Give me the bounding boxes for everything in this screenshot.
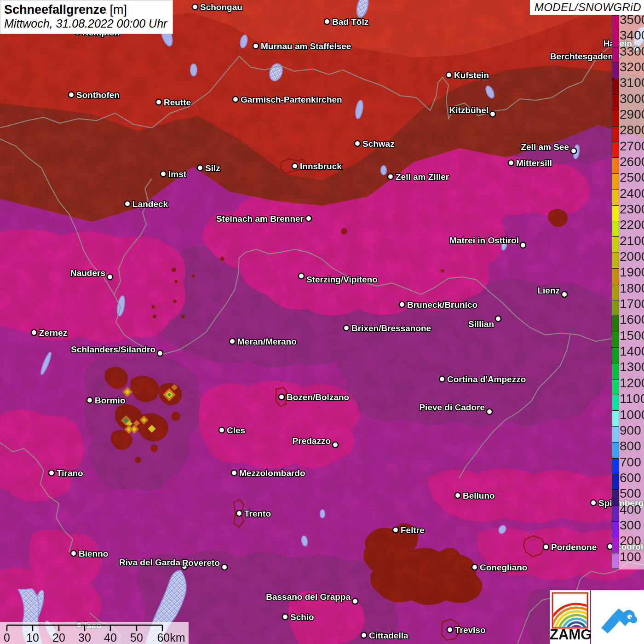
- colorbar-segment-1300: [612, 363, 619, 379]
- city-label-bad-t-lz: Bad Tölz: [332, 17, 368, 27]
- city-dot-sillian: [495, 316, 501, 322]
- city-dot-spilimbergo: [591, 500, 596, 506]
- city-label-mittersill: Mittersill: [516, 158, 552, 168]
- partner-logo[interactable]: [591, 590, 644, 644]
- colorbar-segment-2100: [612, 237, 619, 253]
- scalebar-label-30: 30: [78, 631, 91, 644]
- city-label-schlanders-silandro: Schlanders/Silandro: [71, 345, 155, 354]
- colorbar-label-300: 300: [620, 518, 641, 533]
- city-label-pieve-di-cadore: Pieve di Cadore: [419, 402, 485, 412]
- colorbar-segment-2800: [612, 126, 619, 142]
- colorbar-segment-500: [612, 490, 619, 506]
- city-label-trento: Trento: [244, 509, 271, 518]
- blue-mountain-icon: [591, 590, 644, 644]
- scalebar-label-10: 10: [26, 631, 39, 644]
- colorbar-label-2300: 2300: [620, 202, 644, 217]
- colorbar-label-2000: 2000: [620, 249, 644, 264]
- colorbar-label-200: 200: [620, 534, 641, 548]
- city-label-kufstein: Kufstein: [454, 70, 489, 80]
- city-dot-schongau: [192, 4, 198, 10]
- city-dot-meran-merano: [230, 339, 235, 344]
- city-dot-imst: [161, 171, 166, 177]
- colorbar-label-2400: 2400: [620, 186, 644, 201]
- city-dot-sonthofen: [69, 92, 74, 98]
- city-label-reutte: Reutte: [164, 98, 191, 107]
- city-label-schongau: Schongau: [200, 2, 242, 12]
- colorbar-label-400: 400: [620, 502, 641, 517]
- colorbar-segment-3100: [612, 79, 619, 95]
- city-label-murnau-am-staffelsee: Murnau am Staffelsee: [261, 41, 351, 51]
- city-dot-landeck: [125, 201, 130, 207]
- zamg-logo[interactable]: ZAMG: [550, 590, 590, 644]
- map-datetime: Mittwoch, 31.08.2022 00:00 Uhr: [4, 17, 167, 30]
- weather-map[interactable]: SchongauBad TölzKemptenMurnau am Staffel…: [0, 0, 644, 644]
- city-label-bormio: Bormio: [95, 396, 126, 405]
- scalebar: 0102030405060km: [0, 622, 189, 644]
- city-dot-kitzb-hel: [490, 111, 495, 117]
- city-label-pordenone: Pordenone: [551, 542, 597, 552]
- city-label-innsbruck: Innsbruck: [300, 161, 342, 171]
- city-dot-treviso: [447, 627, 453, 632]
- city-dot-predazzo: [333, 442, 338, 448]
- scalebar-label-20: 20: [52, 631, 65, 644]
- city-label-tirano: Tirano: [57, 468, 83, 478]
- city-dot-bassano-del-grappa: [352, 598, 358, 604]
- city-dot-tirano: [49, 470, 54, 476]
- city-label-matrei-in-osttirol: Matrei in Osttirol: [449, 236, 519, 245]
- city-dot-mittersill: [508, 160, 514, 166]
- colorbar-segment-1600: [612, 316, 619, 332]
- city-dot-pieve-di-cadore: [487, 409, 492, 414]
- city-dot-zell-am-see: [571, 148, 576, 154]
- colorbar-label-1000: 1000: [620, 408, 644, 422]
- colorbar-label-2800: 2800: [620, 123, 644, 138]
- colorbar-segment-2700: [612, 142, 619, 158]
- colorbar-label-3100: 3100: [620, 75, 644, 90]
- colorbar-label-1900: 1900: [620, 265, 644, 280]
- city-label-steinach-am-brenner: Steinach am Brenner: [216, 214, 304, 224]
- colorbar-segment-1500: [612, 332, 619, 348]
- city-dot-kufstein: [446, 72, 452, 78]
- city-label-landeck: Landeck: [132, 199, 168, 209]
- colorbar-label-2100: 2100: [620, 234, 644, 248]
- colorbar-label-1700: 1700: [620, 297, 644, 311]
- map-title-text: Schneefallgrenze: [4, 3, 106, 17]
- colorbar-label-1200: 1200: [620, 376, 644, 391]
- colorbar-segment-2200: [612, 221, 619, 237]
- city-label-schio: Schio: [290, 612, 314, 622]
- city-dot-steinach-am-brenner: [306, 216, 311, 221]
- colorbar-segment-3000: [612, 95, 619, 110]
- city-dot-brixen-bressanone: [344, 325, 349, 331]
- colorbar-label-2600: 2600: [620, 155, 644, 169]
- colorbar-segment-2000: [612, 253, 619, 269]
- colorbar-segment-3300: [612, 47, 619, 63]
- colorbar-segment-700: [612, 459, 619, 474]
- city-label-imst: Imst: [168, 169, 187, 179]
- city-label-schwaz: Schwaz: [362, 139, 395, 149]
- city-dot-schwaz: [355, 141, 360, 146]
- city-label-riva-del-garda: Riva del Garda: [119, 558, 180, 567]
- colorbar-segment-600: [612, 474, 619, 490]
- model-label-box: MODEL/SNOWGRiD: [530, 0, 644, 15]
- city-dot-bozen-bolzano: [279, 394, 284, 400]
- city-dot-sterzing-vipiteno: [299, 273, 304, 279]
- colorbar-label-2200: 2200: [620, 218, 644, 232]
- city-dot-bienno: [71, 551, 76, 556]
- city-label-kitzb-hel: Kitzbühel: [449, 105, 489, 115]
- city-label-zernez: Zernez: [39, 328, 67, 338]
- city-label-cortina-d-ampezzo: Cortina d'Ampezzo: [447, 374, 526, 384]
- colorbar-label-3400: 3400: [620, 28, 644, 43]
- city-dot-bormio: [87, 397, 92, 403]
- city-dot-belluno: [455, 493, 460, 498]
- model-label: MODEL/SNOWGRiD: [535, 1, 641, 14]
- city-label-garmisch-partenkirchen: Garmisch-Partenkirchen: [241, 95, 342, 104]
- map-title-box: Schneefallgrenze [m] Mittwoch, 31.08.202…: [0, 0, 173, 34]
- city-dot-bad-t-lz: [324, 19, 330, 24]
- colorbar-label-100: 100: [620, 550, 641, 564]
- colorbar-segment-2500: [612, 174, 619, 190]
- snowgrid-map-view: SchongauBad TölzKemptenMurnau am Staffel…: [0, 0, 644, 644]
- city-label-sterzing-vipiteno: Sterzing/Vipiteno: [306, 275, 378, 284]
- colorbar: [612, 15, 619, 569]
- colorbar-label-1400: 1400: [620, 344, 644, 359]
- city-dot-matrei-in-osttirol: [520, 242, 526, 248]
- city-dot-cittadella: [361, 632, 367, 638]
